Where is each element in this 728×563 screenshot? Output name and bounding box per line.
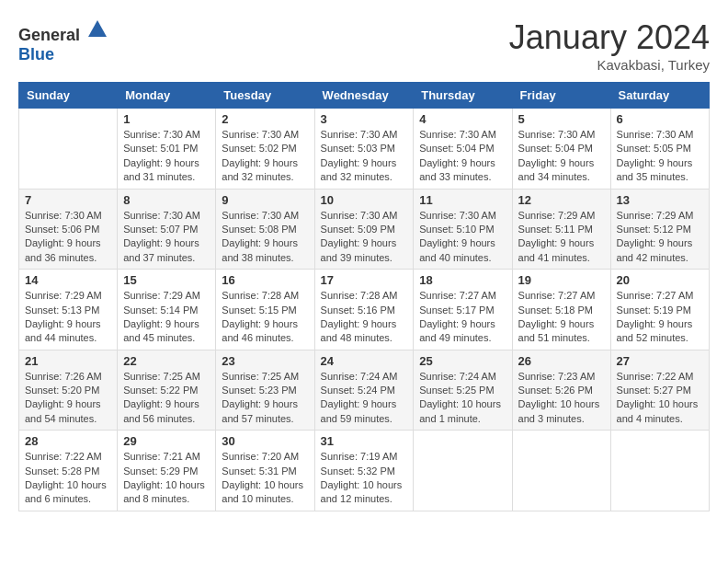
day-info: Sunrise: 7:26 AM Sunset: 5:20 PM Dayligh… bbox=[25, 370, 111, 427]
day-number: 29 bbox=[123, 434, 210, 448]
calendar-cell: 16Sunrise: 7:28 AM Sunset: 5:15 PM Dayli… bbox=[216, 270, 314, 350]
day-number: 27 bbox=[617, 354, 703, 368]
day-info: Sunrise: 7:30 AM Sunset: 5:05 PM Dayligh… bbox=[617, 128, 703, 185]
logo: General Blue bbox=[18, 18, 108, 64]
calendar-cell: 25Sunrise: 7:24 AM Sunset: 5:25 PM Dayli… bbox=[414, 350, 512, 431]
day-number: 21 bbox=[25, 354, 111, 368]
day-info: Sunrise: 7:30 AM Sunset: 5:10 PM Dayligh… bbox=[419, 209, 506, 266]
day-info: Sunrise: 7:25 AM Sunset: 5:23 PM Dayligh… bbox=[222, 370, 308, 427]
calendar-cell: 1Sunrise: 7:30 AM Sunset: 5:01 PM Daylig… bbox=[118, 109, 216, 190]
svg-marker-0 bbox=[88, 20, 107, 37]
day-info: Sunrise: 7:29 AM Sunset: 5:11 PM Dayligh… bbox=[518, 209, 605, 266]
calendar-cell: 18Sunrise: 7:27 AM Sunset: 5:17 PM Dayli… bbox=[414, 270, 512, 350]
day-number: 31 bbox=[321, 434, 408, 448]
calendar-cell: 6Sunrise: 7:30 AM Sunset: 5:05 PM Daylig… bbox=[610, 109, 709, 190]
calendar-cell: 14Sunrise: 7:29 AM Sunset: 5:13 PM Dayli… bbox=[19, 270, 118, 350]
day-info: Sunrise: 7:27 AM Sunset: 5:17 PM Dayligh… bbox=[419, 289, 506, 346]
calendar-cell: 27Sunrise: 7:22 AM Sunset: 5:27 PM Dayli… bbox=[610, 350, 709, 431]
calendar-cell bbox=[610, 431, 709, 511]
calendar-week-row: 28Sunrise: 7:22 AM Sunset: 5:28 PM Dayli… bbox=[19, 431, 710, 511]
day-info: Sunrise: 7:22 AM Sunset: 5:27 PM Dayligh… bbox=[617, 370, 703, 427]
day-info: Sunrise: 7:30 AM Sunset: 5:08 PM Dayligh… bbox=[222, 209, 308, 266]
day-number: 16 bbox=[222, 273, 308, 287]
day-info: Sunrise: 7:19 AM Sunset: 5:32 PM Dayligh… bbox=[321, 450, 408, 507]
calendar-cell: 9Sunrise: 7:30 AM Sunset: 5:08 PM Daylig… bbox=[216, 189, 314, 270]
day-number: 9 bbox=[222, 193, 308, 207]
day-number: 17 bbox=[321, 273, 408, 287]
calendar-day-header: Tuesday bbox=[216, 83, 314, 109]
day-number: 7 bbox=[25, 193, 111, 207]
day-info: Sunrise: 7:28 AM Sunset: 5:16 PM Dayligh… bbox=[321, 289, 408, 346]
day-number: 14 bbox=[25, 273, 111, 287]
logo-text: General Blue bbox=[18, 18, 108, 64]
day-info: Sunrise: 7:29 AM Sunset: 5:14 PM Dayligh… bbox=[123, 289, 210, 346]
day-number: 10 bbox=[321, 193, 408, 207]
day-info: Sunrise: 7:27 AM Sunset: 5:18 PM Dayligh… bbox=[518, 289, 605, 346]
day-number: 30 bbox=[222, 434, 308, 448]
day-info: Sunrise: 7:30 AM Sunset: 5:07 PM Dayligh… bbox=[123, 209, 210, 266]
day-info: Sunrise: 7:30 AM Sunset: 5:03 PM Dayligh… bbox=[321, 128, 408, 185]
day-number: 11 bbox=[419, 193, 506, 207]
calendar-cell: 4Sunrise: 7:30 AM Sunset: 5:04 PM Daylig… bbox=[414, 109, 512, 190]
day-number: 18 bbox=[419, 273, 506, 287]
day-info: Sunrise: 7:30 AM Sunset: 5:09 PM Dayligh… bbox=[321, 209, 408, 266]
calendar-cell: 30Sunrise: 7:20 AM Sunset: 5:31 PM Dayli… bbox=[216, 431, 314, 511]
calendar-cell: 21Sunrise: 7:26 AM Sunset: 5:20 PM Dayli… bbox=[19, 350, 118, 431]
calendar-cell: 23Sunrise: 7:25 AM Sunset: 5:23 PM Dayli… bbox=[216, 350, 314, 431]
calendar-cell: 28Sunrise: 7:22 AM Sunset: 5:28 PM Dayli… bbox=[19, 431, 118, 511]
calendar-day-header: Wednesday bbox=[314, 83, 414, 109]
calendar-cell: 20Sunrise: 7:27 AM Sunset: 5:19 PM Dayli… bbox=[610, 270, 709, 350]
day-info: Sunrise: 7:22 AM Sunset: 5:28 PM Dayligh… bbox=[25, 450, 111, 507]
day-info: Sunrise: 7:20 AM Sunset: 5:31 PM Dayligh… bbox=[222, 450, 308, 507]
day-number: 28 bbox=[25, 434, 111, 448]
day-number: 24 bbox=[321, 354, 408, 368]
month-title: January 2024 bbox=[509, 18, 710, 57]
day-number: 20 bbox=[617, 273, 703, 287]
day-info: Sunrise: 7:30 AM Sunset: 5:04 PM Dayligh… bbox=[518, 128, 605, 185]
calendar-cell: 2Sunrise: 7:30 AM Sunset: 5:02 PM Daylig… bbox=[216, 109, 314, 190]
day-info: Sunrise: 7:30 AM Sunset: 5:04 PM Dayligh… bbox=[419, 128, 506, 185]
day-number: 4 bbox=[419, 112, 506, 126]
calendar-week-row: 14Sunrise: 7:29 AM Sunset: 5:13 PM Dayli… bbox=[19, 270, 710, 350]
day-number: 3 bbox=[321, 112, 408, 126]
calendar-cell: 29Sunrise: 7:21 AM Sunset: 5:29 PM Dayli… bbox=[118, 431, 216, 511]
calendar-header-row: SundayMondayTuesdayWednesdayThursdayFrid… bbox=[19, 83, 710, 109]
day-number: 22 bbox=[123, 354, 210, 368]
calendar-day-header: Saturday bbox=[610, 83, 709, 109]
day-number: 8 bbox=[123, 193, 210, 207]
calendar-cell bbox=[414, 431, 512, 511]
day-info: Sunrise: 7:21 AM Sunset: 5:29 PM Dayligh… bbox=[123, 450, 210, 507]
calendar-cell bbox=[512, 431, 610, 511]
calendar-cell: 22Sunrise: 7:25 AM Sunset: 5:22 PM Dayli… bbox=[118, 350, 216, 431]
day-number: 12 bbox=[518, 193, 605, 207]
calendar-cell: 5Sunrise: 7:30 AM Sunset: 5:04 PM Daylig… bbox=[512, 109, 610, 190]
calendar-cell: 26Sunrise: 7:23 AM Sunset: 5:26 PM Dayli… bbox=[512, 350, 610, 431]
calendar-cell: 10Sunrise: 7:30 AM Sunset: 5:09 PM Dayli… bbox=[314, 189, 414, 270]
calendar-day-header: Monday bbox=[118, 83, 216, 109]
calendar-cell: 15Sunrise: 7:29 AM Sunset: 5:14 PM Dayli… bbox=[118, 270, 216, 350]
calendar-cell: 3Sunrise: 7:30 AM Sunset: 5:03 PM Daylig… bbox=[314, 109, 414, 190]
calendar-week-row: 1Sunrise: 7:30 AM Sunset: 5:01 PM Daylig… bbox=[19, 109, 710, 190]
calendar-cell: 12Sunrise: 7:29 AM Sunset: 5:11 PM Dayli… bbox=[512, 189, 610, 270]
logo-blue: Blue bbox=[18, 45, 54, 63]
day-number: 13 bbox=[617, 193, 703, 207]
day-info: Sunrise: 7:30 AM Sunset: 5:01 PM Dayligh… bbox=[123, 128, 210, 185]
calendar-cell: 8Sunrise: 7:30 AM Sunset: 5:07 PM Daylig… bbox=[118, 189, 216, 270]
logo-general: General bbox=[18, 26, 80, 44]
logo-icon bbox=[86, 18, 108, 40]
day-info: Sunrise: 7:28 AM Sunset: 5:15 PM Dayligh… bbox=[222, 289, 308, 346]
day-info: Sunrise: 7:29 AM Sunset: 5:12 PM Dayligh… bbox=[617, 209, 703, 266]
day-number: 2 bbox=[222, 112, 308, 126]
calendar-week-row: 21Sunrise: 7:26 AM Sunset: 5:20 PM Dayli… bbox=[19, 350, 710, 431]
day-number: 23 bbox=[222, 354, 308, 368]
location-subtitle: Kavakbasi, Turkey bbox=[509, 57, 710, 73]
calendar-day-header: Sunday bbox=[19, 83, 118, 109]
day-number: 26 bbox=[518, 354, 605, 368]
day-number: 19 bbox=[518, 273, 605, 287]
calendar-cell: 7Sunrise: 7:30 AM Sunset: 5:06 PM Daylig… bbox=[19, 189, 118, 270]
title-area: January 2024 Kavakbasi, Turkey bbox=[509, 18, 710, 73]
calendar-cell: 11Sunrise: 7:30 AM Sunset: 5:10 PM Dayli… bbox=[414, 189, 512, 270]
day-info: Sunrise: 7:23 AM Sunset: 5:26 PM Dayligh… bbox=[518, 370, 605, 427]
day-number: 15 bbox=[123, 273, 210, 287]
day-number: 25 bbox=[419, 354, 506, 368]
